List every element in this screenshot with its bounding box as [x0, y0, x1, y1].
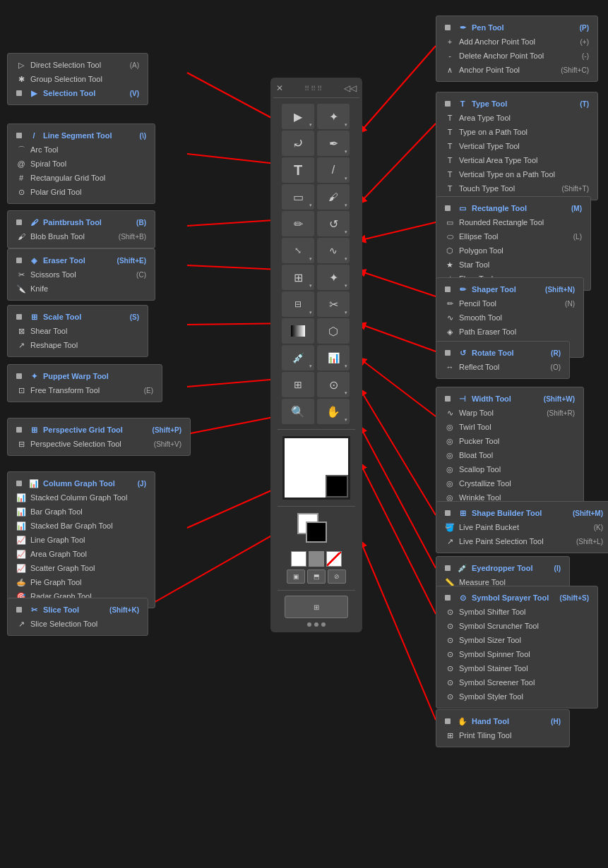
scale-btn[interactable]: ⤡ ▾ [282, 238, 314, 263]
width-btn[interactable]: ⊞ ▾ [282, 265, 314, 290]
eyedropper-item[interactable]: 💉 Eyedropper Tool (I) [436, 561, 569, 575]
hand-item[interactable]: ✋ Hand Tool (H) [436, 714, 569, 728]
scissors-btn[interactable]: ✂ ▾ [317, 291, 350, 317]
scissors-item[interactable]: ✂ Scissors Tool (C) [8, 267, 155, 282]
eraser-item[interactable]: ◈ Eraser Tool (Shift+E) [8, 253, 155, 267]
symbol-spinner-item[interactable]: ⊙ Symbol Spinner Tool [436, 647, 597, 661]
type-on-path-item[interactable]: T Type on a Path Tool [436, 125, 597, 139]
ellipse-item[interactable]: ⬭ Ellipse Tool (L) [436, 229, 590, 243]
rotate-item[interactable]: ↺ Rotate Tool (R) [436, 346, 569, 360]
star-item[interactable]: ★ Star Tool [436, 258, 590, 272]
pencil-item[interactable]: ✏ Pencil Tool (N) [436, 296, 583, 311]
line-btn[interactable]: / ▾ [317, 157, 350, 183]
rounded-rect-item[interactable]: ▭ Rounded Rectangle Tool [436, 215, 590, 229]
screen-mode-btn[interactable]: ⊞ [285, 596, 348, 618]
rect-item[interactable]: ▭ Rectangle Tool (M) [436, 201, 590, 215]
perspective-grid-item[interactable]: ⊞ Perspective Grid Tool (Shift+P) [8, 423, 190, 437]
symbol-styler-item[interactable]: ⊙ Symbol Styler Tool [436, 689, 597, 704]
close-button[interactable]: ✕ [276, 83, 283, 93]
line-graph-item[interactable]: 📈 Line Graph Tool [8, 533, 155, 547]
rect-grid-item[interactable]: # Rectangular Grid Tool [8, 171, 155, 185]
blend-btn[interactable]: ⬡ [317, 318, 350, 344]
pen-btn[interactable]: ✒ ▾ [317, 131, 350, 156]
twirl-item[interactable]: ◎ Twirl Tool [436, 420, 583, 434]
slice-select-item[interactable]: ↗ Slice Selection Tool [8, 617, 148, 631]
stroke-swatch[interactable] [306, 522, 327, 543]
collapse-button[interactable]: ◁◁ [344, 83, 357, 93]
stacked-bar-item[interactable]: 📊 Stacked Bar Graph Tool [8, 519, 155, 533]
type-btn[interactable]: T [282, 157, 314, 183]
color-mode-btn[interactable]: ▣ [287, 569, 305, 584]
area-type-item[interactable]: T Area Type Tool [436, 111, 597, 125]
swap-colors-btn[interactable] [309, 551, 324, 567]
add-anchor-item[interactable]: + Add Anchor Point Tool (+) [436, 35, 597, 49]
shapebuilder-item[interactable]: ⊞ Shape Builder Tool (Shift+M) [436, 506, 608, 520]
zoom-btn[interactable]: 🔍 [282, 399, 314, 424]
gradient-mode-btn[interactable]: ⬒ [307, 569, 326, 584]
symbol-shifter-item[interactable]: ⊙ Symbol Shifter Tool [436, 605, 597, 619]
puppet-item[interactable]: ✦ Puppet Warp Tool [8, 369, 162, 383]
print-tiling-item[interactable]: ⊞ Print Tiling Tool [436, 728, 569, 742]
pencil-btn[interactable]: ✏ [282, 211, 314, 236]
selection-tool-item[interactable]: ▶ Selection Tool (V) [8, 86, 148, 100]
smooth-item[interactable]: ∿ Smooth Tool [436, 311, 583, 325]
group-selection-item[interactable]: ✱ Group Selection Tool [8, 72, 148, 86]
lasso-btn[interactable]: ⤾ [282, 131, 314, 156]
scatter-graph-item[interactable]: 📈 Scatter Graph Tool [8, 561, 155, 575]
default-colors-btn[interactable] [291, 551, 306, 567]
polar-grid-item[interactable]: ⊙ Polar Grid Tool [8, 185, 155, 199]
selection-tool-btn[interactable]: ▶ ▾ [282, 104, 314, 129]
line-segment-item[interactable]: / Line Segment Tool (\) [8, 128, 155, 143]
gradient-btn[interactable] [282, 318, 314, 344]
shaper-item[interactable]: ✏ Shaper Tool (Shift+N) [436, 282, 583, 296]
symbol-sizer-item[interactable]: ⊙ Symbol Sizer Tool [436, 633, 597, 647]
paintbrush-item[interactable]: 🖌 Paintbrush Tool (B) [8, 215, 155, 229]
live-paint-bucket-item[interactable]: 🪣 Live Paint Bucket (K) [436, 520, 608, 534]
eyedropper-btn[interactable]: 💉 ▾ [282, 345, 314, 370]
rect-btn[interactable]: ▭ ▾ [282, 184, 314, 210]
pie-graph-item[interactable]: 🥧 Pie Graph Tool [8, 575, 155, 589]
graph-btn[interactable]: 📊 ▾ [317, 345, 350, 370]
pen-item[interactable]: ✒ Pen Tool (P) [436, 20, 597, 35]
blob-brush-item[interactable]: 🖌 Blob Brush Tool (Shift+B) [8, 229, 155, 243]
area-graph-item[interactable]: 📈 Area Graph Tool [8, 547, 155, 561]
puppet-btn[interactable]: ✦ ▾ [317, 265, 350, 290]
vertical-type-item[interactable]: T Vertical Type Tool [436, 139, 597, 153]
arc-tool-item[interactable]: ⌒ Arc Tool [8, 143, 155, 157]
crystallize-item[interactable]: ◎ Crystallize Tool [436, 476, 583, 490]
none-color-btn[interactable] [326, 551, 342, 567]
symbol-stainer-item[interactable]: ⊙ Symbol Stainer Tool [436, 661, 597, 675]
scallop-item[interactable]: ◎ Scallop Tool [436, 462, 583, 476]
perspective-select-item[interactable]: ⊟ Perspective Selection Tool (Shift+V) [8, 437, 190, 451]
column-graph-item[interactable]: 📊 Column Graph Tool (J) [8, 476, 155, 490]
magic-wand-btn[interactable]: ✦ ▾ [317, 104, 350, 129]
slice-item[interactable]: ✂ Slice Tool (Shift+K) [8, 603, 148, 617]
artboard-btn[interactable]: ⊞ [282, 372, 314, 397]
hand-btn[interactable]: ✋ ▾ [317, 399, 350, 424]
spiral-tool-item[interactable]: @ Spiral Tool [8, 157, 155, 171]
symbol-scruncher-item[interactable]: ⊙ Symbol Scruncher Tool [436, 619, 597, 633]
reflect-item[interactable]: ↔ Reflect Tool (O) [436, 360, 569, 374]
paintbrush-btn[interactable]: 🖌 ▾ [317, 184, 350, 210]
delete-anchor-item[interactable]: - Delete Anchor Point Tool (-) [436, 49, 597, 63]
scale-item[interactable]: ⊞ Scale Tool (S) [8, 310, 148, 324]
bloat-item[interactable]: ◎ Bloat Tool [436, 448, 583, 462]
knife-item[interactable]: 🔪 Knife [8, 282, 155, 296]
pucker-item[interactable]: ◎ Pucker Tool [436, 434, 583, 448]
width-item[interactable]: ⊣ Width Tool (Shift+W) [436, 392, 583, 406]
type-item[interactable]: T Type Tool (T) [436, 97, 597, 111]
symbol-btn[interactable]: ⊙ ▾ [317, 372, 350, 397]
bar-graph-item[interactable]: 📊 Bar Graph Tool [8, 505, 155, 519]
live-paint-selection-item[interactable]: ↗ Live Paint Selection Tool (Shift+L) [436, 534, 608, 548]
symbol-screener-item[interactable]: ⊙ Symbol Screener Tool [436, 675, 597, 689]
reshape-item[interactable]: ↗ Reshape Tool [8, 338, 148, 352]
vertical-area-type-item[interactable]: T Vertical Area Type Tool [436, 153, 597, 167]
none-mode-btn[interactable]: ⊘ [328, 569, 346, 584]
shear-item[interactable]: ⊠ Shear Tool [8, 324, 148, 338]
warp-item[interactable]: ∿ Warp Tool (Shift+R) [436, 406, 583, 420]
rotate-btn[interactable]: ↺ ▾ [317, 211, 350, 236]
vertical-path-type-item[interactable]: T Vertical Type on a Path Tool [436, 167, 597, 181]
perspective-btn[interactable]: ⊟ ▾ [282, 291, 314, 317]
polygon-item[interactable]: ⬡ Polygon Tool [436, 243, 590, 258]
anchor-point-item[interactable]: ∧ Anchor Point Tool (Shift+C) [436, 63, 597, 77]
